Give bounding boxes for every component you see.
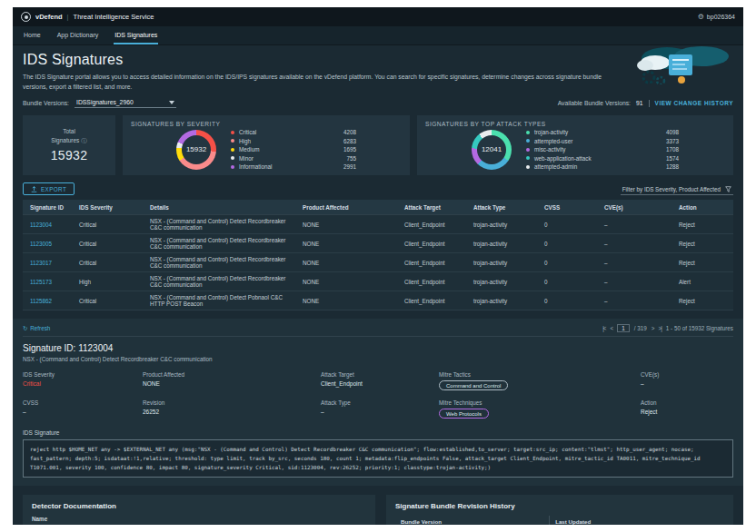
legend-label: Minor (239, 155, 254, 162)
settings-gear-icon: ⚙ (698, 13, 704, 21)
cell-ids-severity: Critical (72, 257, 143, 269)
field-value: – (321, 409, 439, 415)
table-row[interactable]: 1123005CriticalNSX - (Command and Contro… (23, 234, 733, 253)
cell-action: Reject (671, 295, 733, 307)
cell-details: NSX - (Command and Control) Detect Pobna… (143, 291, 295, 310)
field-attack-target: Attack TargetClient_Endpoint (321, 371, 439, 390)
detector-name-label: Name (32, 516, 366, 522)
column-header-details[interactable]: Details (143, 200, 295, 214)
nav-tab-app-dictionary[interactable]: App Dictionary (56, 26, 100, 44)
export-button[interactable]: EXPORT (23, 182, 75, 195)
field-label: Revision (143, 399, 321, 406)
field-cvss: CVSS– (23, 399, 143, 419)
legend-label: attempted-user (534, 138, 572, 144)
cell-details: NSX - (Command and Control) Detect Recor… (143, 253, 295, 271)
bottom-panels: Detector Documentation Name 9rules:f8627… (23, 495, 733, 525)
cell-product-affected: NONE (295, 238, 397, 250)
ids-signature-label: IDS Signature (23, 429, 733, 436)
cell-details: NSX - (Command and Control) Detect Recor… (143, 215, 295, 233)
next-page-button[interactable]: > (652, 325, 654, 331)
revision-history-header: Bundle VersionLast Updated (395, 516, 724, 525)
legend-value: 4208 (343, 129, 356, 135)
legend-value: 1574 (666, 155, 679, 162)
table-row[interactable]: 1125173HighNSX - (Command and Control) D… (23, 272, 733, 291)
first-page-button[interactable]: |< (602, 325, 605, 331)
signatures-table: Signature IDIDS SeverityDetailsProduct A… (23, 200, 733, 310)
table-row[interactable]: 1123004CriticalNSX - (Command and Contro… (23, 215, 733, 234)
field-label: Attack Type (321, 399, 439, 406)
last-page-button[interactable]: >| (658, 325, 661, 331)
field-action: ActionReject (641, 399, 733, 419)
total-label-line2: Signatures (51, 137, 79, 143)
column-header-signature-id[interactable]: Signature ID (23, 200, 72, 214)
field-ids-severity: IDS SeverityCritical (23, 371, 143, 390)
field-value: Reject (641, 409, 733, 415)
summary-cards: Total Signatures ⓘ 15932 SIGNATURES BY S… (23, 115, 733, 175)
legend-item-attempted-user: attempted-user3373 (526, 138, 679, 144)
brand-name: vDefend (35, 13, 63, 21)
nav-tab-home[interactable]: Home (23, 26, 42, 44)
nav-tab-ids-signatures[interactable]: IDS Signatures (114, 26, 158, 44)
column-header-ids-severity[interactable]: IDS Severity (72, 200, 143, 214)
filter-control[interactable]: Filter by IDS Severity, Product Affected (621, 186, 733, 195)
cell-cvss: 0 (537, 219, 597, 231)
tag-chip: Command and Control (439, 380, 508, 390)
cell-attack-type: trojan-activity (466, 295, 537, 307)
attack-types-chart-card: SIGNATURES BY TOP ATTACK TYPES 12041 tro… (417, 115, 733, 175)
column-header-cve-s[interactable]: CVE(s) (597, 200, 671, 214)
column-header-action[interactable]: Action (671, 200, 733, 214)
top-bar: vDefend | Threat Intelligence Service ⚙ … (13, 7, 743, 26)
field-value: 26252 (143, 409, 321, 415)
column-header-attack-type[interactable]: Attack Type (466, 200, 537, 214)
filter-label: Filter by IDS Severity, Product Affected (622, 186, 721, 192)
refresh-icon: ↻ (23, 325, 27, 331)
severity-legend: Critical4208High6283Medium1695Minor755In… (231, 129, 356, 170)
signature-id-link[interactable]: 1125862 (23, 295, 72, 307)
page-header: IDS Signatures The IDS Signature portal … (13, 45, 743, 92)
signature-id-link[interactable]: 1123004 (23, 219, 72, 231)
prev-page-button[interactable]: < (611, 325, 613, 331)
column-header-attack-target[interactable]: Attack Target (397, 200, 466, 214)
legend-value: 1695 (343, 146, 356, 153)
refresh-button[interactable]: ↻ Refresh (23, 325, 50, 331)
column-header-product-affected[interactable]: Product Affected (295, 200, 397, 214)
view-change-history-link[interactable]: VIEW CHANGE HISTORY (655, 100, 733, 106)
total-signatures-card: Total Signatures ⓘ 15932 (23, 115, 115, 175)
signature-id-link[interactable]: 1123005 (23, 238, 72, 250)
field-label: Mitre Tactics (439, 371, 641, 378)
bundle-version-bar: Bundle Versions: IDSSignatures_2960 Avai… (23, 98, 733, 108)
cell-attack-target: Client_Endpoint (397, 219, 466, 231)
field-cve-s: CVE(s)– (641, 371, 733, 390)
cell-attack-target: Client_Endpoint (397, 295, 466, 307)
legend-dot-icon (231, 139, 234, 143)
vdefend-logo-icon (21, 12, 31, 22)
field-mitre-tactics: Mitre TacticsCommand and Control (439, 371, 641, 390)
legend-item-critical: Critical4208 (231, 129, 356, 135)
signature-id-link[interactable]: 1123017 (23, 257, 72, 269)
brand-divider: | (67, 13, 69, 21)
table-row[interactable]: 1125862CriticalNSX - (Command and Contro… (23, 291, 733, 310)
app-window: vDefend | Threat Intelligence Service ⚙ … (13, 7, 743, 525)
legend-value: 2991 (343, 163, 356, 170)
detector-name-value: 9rules:f862747944890 (32, 524, 366, 525)
revision-history-panel: Signature Bundle Revision History Bundle… (386, 495, 733, 525)
signature-id-link[interactable]: 1125173 (23, 276, 72, 288)
ids-signature-rule-text: reject http $HOME_NET any -> $EXTERNAL_N… (23, 439, 733, 478)
column-header-cvss[interactable]: CVSS (537, 200, 597, 214)
field-value: – (641, 380, 733, 387)
filter-funnel-icon (725, 186, 731, 192)
field-value: Client_Endpoint (321, 380, 439, 387)
field-attack-type: Attack Type– (321, 399, 439, 419)
page-number-input[interactable]: 1 (617, 324, 630, 332)
bundle-version-select[interactable]: IDSSignatures_2960 (75, 98, 176, 108)
legend-value: 1288 (666, 163, 679, 170)
user-menu[interactable]: ⚙ bp026364 (698, 13, 735, 21)
field-product-affected: Product AffectedNONE (143, 371, 321, 390)
legend-label: Medium (239, 146, 259, 153)
legend-dot-icon (231, 148, 234, 152)
product-name: Threat Intelligence Service (74, 13, 154, 21)
info-icon[interactable]: ⓘ (81, 137, 87, 143)
cell-cve-s: – (597, 276, 671, 288)
table-row[interactable]: 1123017CriticalNSX - (Command and Contro… (23, 253, 733, 272)
username: bp026364 (707, 14, 735, 20)
